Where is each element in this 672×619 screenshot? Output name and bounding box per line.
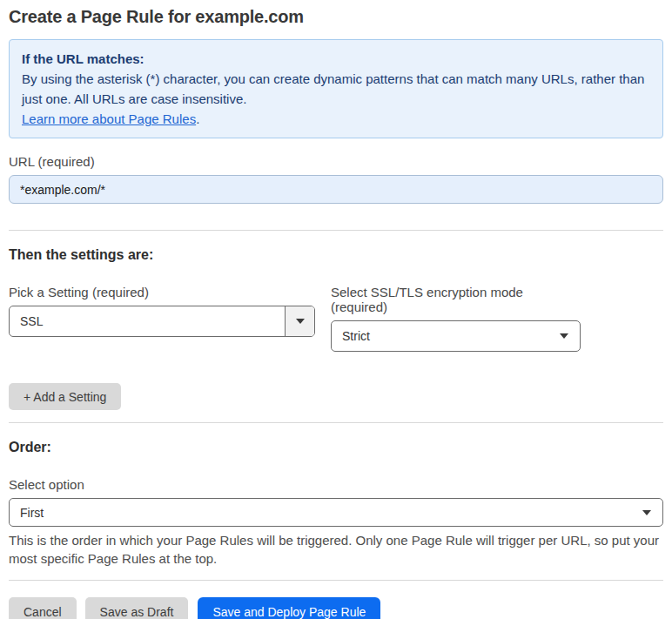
info-box-heading: If the URL matches:	[22, 49, 650, 69]
create-page-rule-form: Create a Page Rule for example.com If th…	[0, 0, 672, 619]
url-input[interactable]	[9, 175, 663, 204]
learn-more-link[interactable]: Learn more about Page Rules	[22, 111, 196, 126]
info-box-body: By using the asterisk (*) character, you…	[22, 69, 650, 109]
save-deploy-button[interactable]: Save and Deploy Page Rule	[198, 597, 380, 619]
settings-row: Pick a Setting (required) SSL Select SSL…	[9, 285, 663, 352]
ssl-mode-label: Select SSL/TLS encryption mode (required…	[331, 285, 581, 314]
pick-setting-select[interactable]: SSL	[9, 306, 315, 337]
url-label: URL (required)	[9, 154, 663, 169]
add-setting-button[interactable]: + Add a Setting	[9, 383, 121, 410]
pick-setting-field: Pick a Setting (required) SSL	[9, 285, 315, 352]
chevron-down-icon	[642, 510, 662, 515]
save-draft-button[interactable]: Save as Draft	[85, 597, 189, 619]
order-help-text: This is the order in which your Page Rul…	[9, 531, 663, 568]
ssl-mode-field: Select SSL/TLS encryption mode (required…	[331, 285, 581, 352]
order-select-label: Select option	[9, 477, 663, 492]
order-select-value: First	[10, 506, 642, 520]
info-link-line: Learn more about Page Rules.	[22, 109, 650, 129]
cancel-button[interactable]: Cancel	[9, 597, 77, 619]
settings-heading: Then the settings are:	[9, 247, 663, 263]
divider	[9, 422, 663, 423]
ssl-mode-select[interactable]: Strict	[331, 320, 581, 352]
ssl-mode-value: Strict	[332, 329, 560, 343]
chevron-down-icon	[560, 333, 580, 339]
divider	[9, 230, 663, 231]
divider	[9, 580, 663, 581]
page-title: Create a Page Rule for example.com	[9, 7, 663, 27]
form-actions: Cancel Save as Draft Save and Deploy Pag…	[9, 597, 663, 619]
order-heading: Order:	[9, 440, 663, 455]
pick-setting-value: SSL	[10, 314, 285, 328]
link-period: .	[196, 111, 199, 126]
pick-setting-label: Pick a Setting (required)	[9, 285, 315, 299]
url-match-info-box: If the URL matches: By using the asteris…	[9, 39, 663, 138]
order-select[interactable]: First	[9, 498, 663, 527]
chevron-down-icon	[285, 306, 314, 336]
